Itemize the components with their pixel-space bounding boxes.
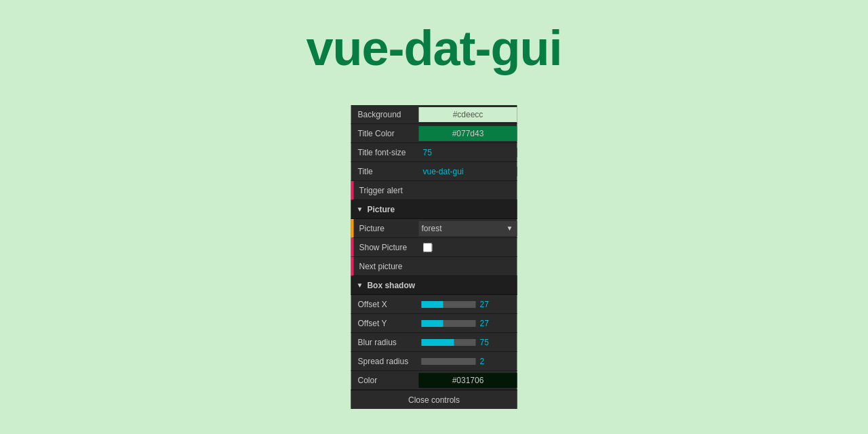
page-title: vue-dat-gui xyxy=(0,0,868,76)
show-picture-checkbox-wrapper xyxy=(419,243,517,252)
background-label: Background xyxy=(351,110,419,119)
picture-section-arrow: ▼ xyxy=(357,205,363,213)
title-fontsize-value[interactable]: 75 xyxy=(419,148,517,157)
color-value[interactable]: #031706 xyxy=(419,373,517,388)
blur-radius-row: Blur radius 75 xyxy=(351,333,517,352)
title-color-row: Title Color #077d43 xyxy=(351,124,517,143)
offset-y-slider-wrapper: 27 xyxy=(419,319,517,328)
offset-x-value: 27 xyxy=(476,300,495,309)
trigger-alert-label: Trigger alert xyxy=(354,186,403,195)
background-row: Background #cdeecc xyxy=(351,105,517,124)
blur-radius-slider-wrapper: 75 xyxy=(419,338,517,347)
blur-radius-value: 75 xyxy=(476,338,495,347)
title-color-label: Title Color xyxy=(351,129,419,138)
color-label: Color xyxy=(351,376,419,385)
offset-x-row: Offset X 27 xyxy=(351,295,517,314)
offset-x-slider-wrapper: 27 xyxy=(419,300,517,309)
blur-radius-track[interactable] xyxy=(422,339,476,346)
picture-section-label: Picture xyxy=(367,205,395,214)
offset-y-fill xyxy=(422,320,443,327)
spread-radius-fill xyxy=(422,358,425,365)
offset-x-track[interactable] xyxy=(422,301,476,308)
next-picture-label: Next picture xyxy=(354,262,419,271)
offset-y-label: Offset Y xyxy=(351,319,419,328)
offset-y-value: 27 xyxy=(476,319,495,328)
next-picture-row[interactable]: Next picture xyxy=(351,257,517,276)
spread-radius-value: 2 xyxy=(476,357,495,366)
picture-label: Picture xyxy=(354,224,419,233)
title-color-value[interactable]: #077d43 xyxy=(419,126,517,141)
show-picture-label: Show Picture xyxy=(354,243,419,252)
trigger-alert-row[interactable]: Trigger alert xyxy=(351,181,517,200)
spread-radius-track[interactable] xyxy=(422,358,476,365)
show-picture-checkbox[interactable] xyxy=(423,243,433,252)
color-row: Color #031706 xyxy=(351,371,517,390)
title-row: Title vue-dat-gui xyxy=(351,162,517,181)
boxshadow-section-header[interactable]: ▼ Box shadow xyxy=(351,276,517,295)
picture-select[interactable]: forest mountain ocean xyxy=(419,221,517,236)
picture-row: Picture forest mountain ocean ▼ xyxy=(351,219,517,238)
offset-x-fill xyxy=(422,301,443,308)
title-fontsize-row: Title font-size 75 xyxy=(351,143,517,162)
spread-radius-row: Spread radius 2 xyxy=(351,352,517,371)
title-value[interactable]: vue-dat-gui xyxy=(419,167,517,176)
offset-x-label: Offset X xyxy=(351,300,419,309)
title-label: Title xyxy=(351,167,419,176)
title-fontsize-label: Title font-size xyxy=(351,148,419,157)
spread-radius-label: Spread radius xyxy=(351,357,419,366)
offset-y-row: Offset Y 27 xyxy=(351,314,517,333)
blur-radius-label: Blur radius xyxy=(351,338,419,347)
close-controls-label: Close controls xyxy=(408,395,460,405)
show-picture-row: Show Picture xyxy=(351,238,517,257)
boxshadow-section-label: Box shadow xyxy=(367,281,415,290)
boxshadow-section-arrow: ▼ xyxy=(357,281,363,289)
spread-radius-slider-wrapper: 2 xyxy=(419,357,517,366)
blur-radius-fill xyxy=(422,339,454,346)
control-panel: Background #cdeecc Title Color #077d43 T… xyxy=(351,105,517,409)
picture-section-header[interactable]: ▼ Picture xyxy=(351,200,517,219)
close-controls-button[interactable]: Close controls xyxy=(351,390,517,409)
picture-select-wrapper: forest mountain ocean ▼ xyxy=(419,221,517,236)
background-value[interactable]: #cdeecc xyxy=(419,107,517,122)
offset-y-track[interactable] xyxy=(422,320,476,327)
